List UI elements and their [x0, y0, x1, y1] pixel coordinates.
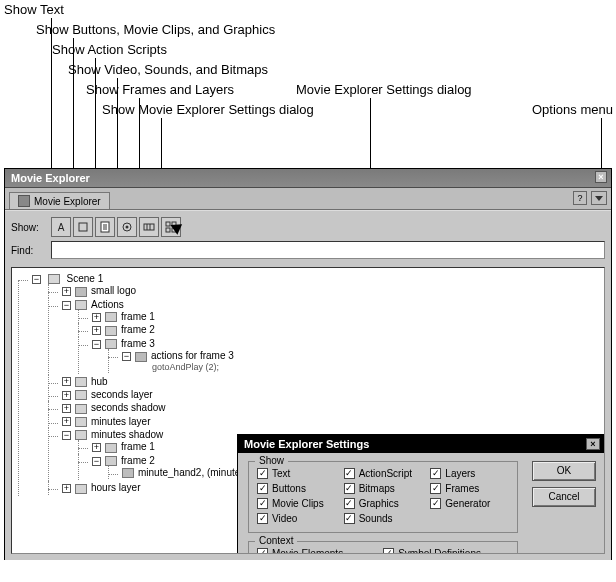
chk-movieclips[interactable]: Movie Clips — [257, 498, 336, 509]
chk-label: Frames — [445, 483, 479, 494]
tree-label: hub — [91, 376, 108, 387]
movie-explorer-icon — [18, 195, 30, 207]
chk-label: Generator — [445, 498, 490, 509]
chk-text[interactable]: Text — [257, 468, 336, 479]
callout-show-text: Show Text — [4, 2, 64, 17]
svg-rect-7 — [166, 228, 170, 232]
movie-explorer-settings-dialog: Movie Explorer Settings × OK Cancel Show… — [237, 434, 605, 554]
cancel-button[interactable]: Cancel — [532, 487, 596, 507]
svg-point-3 — [126, 226, 129, 229]
show-text-button[interactable]: A — [51, 217, 71, 237]
tree-label: seconds layer — [91, 389, 153, 400]
dialog-titlebar[interactable]: Movie Explorer Settings × — [238, 435, 605, 453]
checkbox-icon — [257, 468, 268, 479]
chk-label: Movie Elements — [272, 548, 343, 554]
settings-icon — [165, 221, 177, 233]
action-code: gotoAndPlay (2); — [122, 362, 602, 372]
chk-actionscript[interactable]: ActionScript — [344, 468, 423, 479]
panel-titlebar[interactable]: Movie Explorer × — [5, 169, 611, 188]
layer-icon — [75, 484, 87, 494]
ok-button[interactable]: OK — [532, 461, 596, 481]
collapse-icon[interactable]: − — [62, 431, 71, 440]
collapse-icon[interactable]: − — [92, 457, 101, 466]
chk-label: Sounds — [359, 513, 393, 524]
show-buttons-button[interactable] — [73, 217, 93, 237]
show-video-button[interactable] — [117, 217, 137, 237]
panel-options-menu-button[interactable] — [591, 191, 607, 205]
scene-icon — [48, 274, 60, 284]
show-group-label: Show — [255, 455, 288, 466]
svg-rect-8 — [172, 228, 176, 232]
expand-icon[interactable]: + — [62, 404, 71, 413]
callout-settings-dialog: Movie Explorer Settings dialog — [296, 82, 472, 97]
media-icon — [121, 221, 133, 233]
layer-icon — [75, 430, 87, 440]
tree-label: frame 1 — [121, 441, 155, 452]
expand-icon[interactable]: + — [62, 377, 71, 386]
chk-sounds[interactable]: Sounds — [344, 513, 423, 524]
chk-movie-elements[interactable]: Movie Elements — [257, 548, 343, 554]
svg-rect-6 — [172, 222, 176, 226]
tree-item[interactable]: +frame 2 — [78, 323, 602, 336]
expand-icon[interactable]: + — [62, 484, 71, 493]
callout-options-menu: Options menu — [532, 102, 613, 117]
checkbox-icon — [257, 498, 268, 509]
tree-item[interactable]: +hub — [48, 375, 602, 388]
chk-bitmaps[interactable]: Bitmaps — [344, 483, 423, 494]
tree-item[interactable]: −frame 3 −actions for frame 3 gotoAndPla… — [78, 337, 602, 374]
callout-show-frames: Show Frames and Layers — [86, 82, 234, 97]
tree-item[interactable]: +frame 1 — [78, 310, 602, 323]
show-settings-button[interactable] — [161, 217, 181, 237]
svg-rect-0 — [79, 223, 87, 231]
tree-item[interactable]: +seconds shadow — [48, 401, 602, 414]
find-input[interactable] — [51, 241, 605, 259]
callout-show-video: Show Video, Sounds, and Bitmaps — [68, 62, 268, 77]
chk-label: Text — [272, 468, 290, 479]
tree-label: seconds shadow — [91, 402, 166, 413]
chk-symbol-defs[interactable]: Symbol Definitions — [383, 548, 481, 554]
chk-layers[interactable]: Layers — [430, 468, 509, 479]
tree-label: small logo — [91, 285, 136, 296]
chk-video[interactable]: Video — [257, 513, 336, 524]
tree-view[interactable]: − Scene 1 +small logo −Actions +frame 1 … — [11, 267, 605, 554]
show-actions-button[interactable] — [95, 217, 115, 237]
collapse-icon[interactable]: − — [122, 352, 131, 361]
layer-icon — [75, 377, 87, 387]
chk-generator[interactable]: Generator — [430, 498, 509, 509]
expand-icon[interactable]: + — [62, 417, 71, 426]
tab-movie-explorer[interactable]: Movie Explorer — [9, 192, 110, 209]
expand-icon[interactable]: + — [92, 326, 101, 335]
tree-label: frame 3 — [121, 338, 155, 349]
chk-frames[interactable]: Frames — [430, 483, 509, 494]
panel-help-button[interactable]: ? — [573, 191, 587, 205]
dialog-close-icon[interactable]: × — [586, 438, 600, 450]
tree-label: actions for frame 3 — [151, 350, 234, 361]
collapse-icon[interactable]: − — [92, 340, 101, 349]
expand-icon[interactable]: + — [62, 287, 71, 296]
chk-label: Buttons — [272, 483, 306, 494]
collapse-icon[interactable]: − — [62, 301, 71, 310]
expand-icon[interactable]: + — [92, 313, 101, 322]
frame-icon — [105, 312, 117, 322]
clip-icon — [122, 468, 134, 478]
chk-label: Movie Clips — [272, 498, 324, 509]
show-frames-button[interactable] — [139, 217, 159, 237]
tree-item[interactable]: +seconds layer — [48, 388, 602, 401]
frame-icon — [105, 339, 117, 349]
chk-buttons[interactable]: Buttons — [257, 483, 336, 494]
frame-icon — [105, 326, 117, 336]
tree-label: frame 2 — [121, 455, 155, 466]
callout-show-buttons: Show Buttons, Movie Clips, and Graphics — [36, 22, 275, 37]
layer-icon — [75, 404, 87, 414]
checkbox-icon — [383, 548, 394, 554]
panel-close-icon[interactable]: × — [595, 171, 607, 183]
chk-graphics[interactable]: Graphics — [344, 498, 423, 509]
tree-item[interactable]: −actions for frame 3 gotoAndPlay (2); — [108, 349, 602, 372]
tree-item[interactable]: +small logo — [48, 284, 602, 297]
expand-icon[interactable]: + — [62, 391, 71, 400]
tree-item[interactable]: +minutes layer — [48, 415, 602, 428]
expand-icon[interactable]: + — [92, 443, 101, 452]
tree-item[interactable]: −Actions +frame 1 +frame 2 −frame 3 −act… — [48, 298, 602, 375]
collapse-icon[interactable]: − — [32, 275, 41, 284]
tree-label: Scene 1 — [67, 273, 104, 284]
